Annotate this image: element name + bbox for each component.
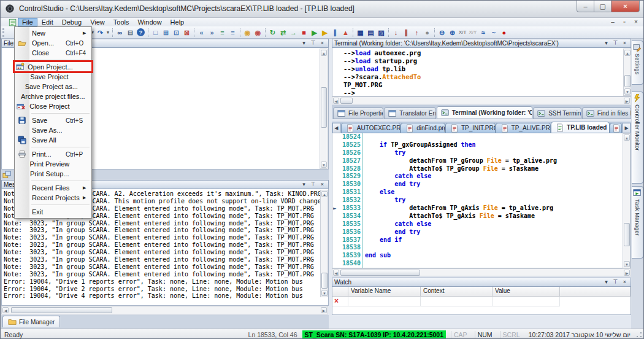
editor-tab-partial[interactable] bbox=[610, 123, 622, 133]
scroll-thumb[interactable] bbox=[11, 307, 112, 313]
side-tab-controller-monitor[interactable]: Controller Monitor bbox=[632, 92, 643, 184]
attach-icon[interactable]: → bbox=[288, 28, 299, 37]
step-into-icon[interactable]: ↓ bbox=[391, 28, 401, 37]
resize-grip[interactable] bbox=[635, 331, 643, 338]
download-icon[interactable]: ⇄ bbox=[278, 28, 288, 37]
scroll-thumb[interactable] bbox=[624, 75, 631, 87]
analyzer-icon[interactable]: ~ bbox=[488, 28, 499, 37]
scroll-right-arrow[interactable]: ▶ bbox=[321, 307, 327, 313]
editor-tab-tp-init-prg[interactable]: TP_INIT.PRG bbox=[445, 123, 496, 133]
print-icon[interactable]: ⊟ bbox=[125, 28, 136, 37]
dock-tab-ssh-terminal[interactable]: SSH Terminal bbox=[533, 107, 581, 119]
scroll-left-arrow[interactable]: ◀ bbox=[333, 270, 339, 276]
side-tab-settings[interactable]: Settings bbox=[632, 41, 643, 85]
xy-plot-icon[interactable]: X/Y bbox=[467, 29, 478, 35]
menu-item-save-project-as[interactable]: Save Project as... bbox=[15, 82, 91, 92]
menu-item-recent-projects[interactable]: Recent Projects▶ bbox=[15, 193, 91, 203]
mdi-minimize-button[interactable]: – bbox=[609, 18, 616, 25]
scroll-thumb[interactable] bbox=[340, 98, 353, 104]
watch-column-header[interactable]: Variable Name bbox=[348, 287, 421, 297]
menu-item-open[interactable]: Open...Ctrl+O bbox=[15, 38, 91, 48]
dock-tab-find-in-files-log[interactable]: Find in files log bbox=[582, 107, 631, 119]
menu-edit[interactable]: Edit bbox=[37, 18, 58, 26]
menu-item-print[interactable]: Print...Ctrl+P bbox=[15, 149, 91, 159]
terminal-output[interactable]: -->load autoexec.prg-->load startup.prg-… bbox=[332, 48, 631, 96]
scroll-down-arrow[interactable]: ▼ bbox=[624, 88, 631, 95]
minimize-button[interactable]: – bbox=[577, 1, 594, 12]
tab-scroll-left[interactable]: ◀ bbox=[332, 123, 340, 133]
menu-item-save-project[interactable]: Save Project bbox=[15, 72, 91, 82]
menu-item-save[interactable]: SaveCtrl+S bbox=[15, 115, 91, 125]
scroll-right-arrow[interactable]: ▶ bbox=[624, 98, 630, 104]
dock-tab-terminal-working-folder-c-users[interactable]: Terminal (Working folder: 'C:\Users... bbox=[437, 106, 533, 119]
scroll-thumb[interactable] bbox=[340, 270, 420, 276]
pane-pin-button[interactable]: ⊤ bbox=[611, 279, 619, 286]
menu-item-open-project[interactable]: Open Project... bbox=[15, 62, 91, 72]
redo-dropdown-icon[interactable]: ▾ bbox=[105, 28, 110, 37]
pane-pin-button[interactable]: ⊤ bbox=[309, 181, 317, 189]
menu-view[interactable]: View bbox=[86, 18, 109, 26]
scroll-left-arrow[interactable]: ◀ bbox=[333, 98, 339, 104]
menu-item-save-all[interactable]: Save All bbox=[15, 135, 91, 145]
uncomment-block-icon[interactable]: ≡ bbox=[228, 28, 238, 37]
scroll-left-arrow[interactable]: ◀ bbox=[2, 307, 9, 313]
toolbar-drag-handle[interactable] bbox=[2, 28, 6, 37]
load-from-controller-icon[interactable]: ▤ bbox=[366, 28, 376, 37]
close-button[interactable]: × bbox=[611, 1, 640, 12]
pane-menu-button[interactable]: ▾ bbox=[300, 181, 308, 189]
menu-file[interactable]: File bbox=[18, 18, 37, 26]
kill-task-icon[interactable]: ▲ bbox=[340, 28, 351, 37]
indent-icon[interactable]: » bbox=[207, 28, 217, 37]
code-editor[interactable]: 1852418525 if TP_gxGroupAssigned then185… bbox=[332, 133, 631, 268]
menu-debug[interactable]: Debug bbox=[58, 18, 86, 26]
hold-icon[interactable]: ◉ bbox=[242, 28, 253, 37]
menu-item-exit[interactable]: Exit bbox=[15, 207, 91, 217]
mdi-close-button[interactable]: × bbox=[632, 18, 640, 25]
scroll-up-arrow[interactable]: ▲ bbox=[624, 50, 631, 56]
delete-bubble-icon[interactable]: ⊠ bbox=[182, 28, 192, 37]
scroll-up-arrow[interactable]: ▲ bbox=[321, 50, 327, 56]
menu-item-close-project[interactable]: Close Project bbox=[15, 101, 91, 111]
scroll-thumb[interactable] bbox=[321, 273, 328, 289]
maximize-button[interactable]: ▢ bbox=[594, 1, 611, 12]
terminal-vscroll[interactable]: ▲ ▼ bbox=[623, 49, 631, 96]
scroll-down-arrow[interactable]: ▼ bbox=[624, 261, 630, 267]
comment-bubble-icon[interactable]: ⊡ bbox=[171, 28, 182, 37]
zoom-out-icon[interactable]: ⊖ bbox=[437, 28, 447, 37]
menu-window[interactable]: Window bbox=[133, 18, 166, 26]
scroll-thumb[interactable] bbox=[624, 223, 630, 246]
xt-plot-icon[interactable]: X/T bbox=[458, 29, 467, 35]
dock-tab-translator-error[interactable]: Translator Error bbox=[384, 107, 435, 119]
watch-table[interactable]: Variable NameContextValue × bbox=[332, 287, 631, 315]
editor-tab-autoexec-prg[interactable]: AUTOEXEC.PRG bbox=[341, 123, 401, 133]
watch-column-header[interactable] bbox=[332, 287, 348, 297]
stop-icon[interactable]: ■ bbox=[299, 28, 309, 37]
editor-vscroll[interactable]: ▲ ▼ bbox=[623, 133, 631, 268]
find-in-files-icon[interactable]: ∞ bbox=[115, 28, 125, 37]
zoom-in-icon[interactable]: ⊕ bbox=[447, 28, 458, 37]
menu-tools[interactable]: Tools bbox=[109, 18, 134, 26]
record-icon[interactable]: ● bbox=[499, 28, 509, 37]
menu-help[interactable]: Help bbox=[166, 18, 189, 26]
pane-menu-button[interactable]: ▾ bbox=[602, 279, 610, 286]
pane-close-button[interactable]: × bbox=[621, 279, 629, 286]
watch-column-header[interactable]: Value bbox=[493, 287, 560, 297]
pane-menu-button[interactable]: ▾ bbox=[300, 40, 308, 47]
lock-icon[interactable]: ● bbox=[422, 28, 432, 37]
scroll-up-arrow[interactable]: ▲ bbox=[321, 191, 328, 197]
step-out-icon[interactable]: ↑ bbox=[412, 28, 422, 37]
move-region-icon[interactable]: ⊞ bbox=[161, 28, 171, 37]
pane-pin-button[interactable]: ⊤ bbox=[309, 40, 317, 47]
scroll-down-arrow[interactable]: ▼ bbox=[321, 162, 327, 168]
break-icon[interactable]: ∥ bbox=[401, 28, 412, 37]
pane-close-button[interactable]: × bbox=[318, 40, 326, 47]
editor-hscroll[interactable]: ◀ ▶ bbox=[332, 268, 631, 276]
menu-item-recent-files[interactable]: Recent Files▶ bbox=[15, 183, 91, 193]
scroll-down-arrow[interactable]: ▼ bbox=[321, 290, 328, 296]
scope-icon[interactable]: ≈ bbox=[478, 28, 488, 37]
menu-item-archive-project-files[interactable]: Archive project files... bbox=[15, 92, 91, 101]
menu-item-print-preview[interactable]: Print Preview bbox=[15, 159, 91, 169]
outdent-icon[interactable]: « bbox=[196, 28, 207, 37]
pause-icon[interactable]: ∥ bbox=[330, 28, 340, 37]
editor-tab-tp-alive-prg[interactable]: TP_ALIVE.PRG bbox=[496, 123, 551, 133]
